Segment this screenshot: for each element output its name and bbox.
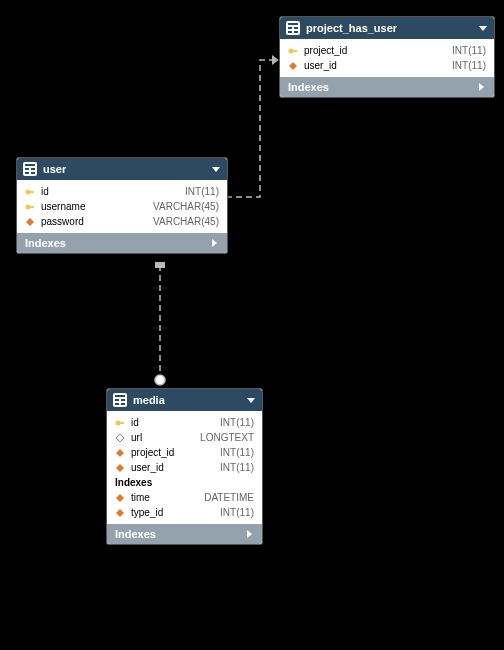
key-icon [115, 418, 125, 428]
column-row[interactable]: time DATETIME [107, 490, 262, 505]
indexes-label: Indexes [25, 237, 209, 249]
table-media[interactable]: media id INT(11) url LONGTEXT project_id… [106, 388, 263, 545]
svg-rect-18 [29, 191, 34, 193]
table-project-has-user[interactable]: project_has_user project_id INT(11) user… [279, 16, 495, 98]
expand-icon [476, 82, 486, 92]
column-row[interactable]: password VARCHAR(45) [17, 214, 227, 229]
column-name: user_id [304, 60, 446, 71]
column-type: VARCHAR(45) [153, 216, 219, 227]
svg-rect-5 [288, 27, 292, 29]
table-header[interactable]: project_has_user [280, 17, 494, 39]
fk-icon [115, 463, 125, 473]
column-type: INT(11) [452, 60, 486, 71]
fk-icon [115, 493, 125, 503]
column-name: id [41, 186, 179, 197]
svg-rect-14 [31, 168, 35, 170]
column-row[interactable]: id INT(11) [17, 184, 227, 199]
column-type: INT(11) [220, 462, 254, 473]
svg-rect-2 [155, 262, 165, 268]
key-icon [25, 187, 35, 197]
expand-icon [209, 238, 219, 248]
column-type: INT(11) [452, 45, 486, 56]
table-header[interactable]: media [107, 389, 262, 411]
fk-icon [288, 61, 298, 71]
table-title: media [133, 394, 240, 406]
fk-icon [25, 217, 35, 227]
columns: project_id INT(11) user_id INT(11) [280, 39, 494, 77]
column-icon [115, 433, 125, 443]
column-name: user_id [131, 462, 214, 473]
column-type: INT(11) [220, 507, 254, 518]
key-icon [25, 202, 35, 212]
column-type: INT(11) [185, 186, 219, 197]
column-name: project_id [131, 447, 214, 458]
sub-indexes-label: Indexes [107, 475, 262, 490]
svg-rect-16 [31, 172, 35, 174]
column-type: INT(11) [220, 447, 254, 458]
table-icon [113, 393, 127, 407]
collapse-icon[interactable] [478, 23, 488, 33]
svg-rect-26 [121, 403, 125, 405]
column-row[interactable]: project_id INT(11) [280, 43, 494, 58]
fk-icon [115, 508, 125, 518]
column-row[interactable]: type_id INT(11) [107, 505, 262, 520]
svg-rect-13 [25, 168, 29, 170]
collapse-icon[interactable] [211, 164, 221, 174]
svg-rect-23 [115, 399, 119, 401]
svg-rect-22 [115, 395, 125, 397]
svg-point-1 [155, 375, 165, 385]
columns: id INT(11) url LONGTEXT project_id INT(1… [107, 411, 262, 524]
svg-rect-15 [25, 172, 29, 174]
svg-rect-24 [121, 399, 125, 401]
columns: id INT(11) username VARCHAR(45) password… [17, 180, 227, 233]
column-name: password [41, 216, 147, 227]
fk-icon [115, 448, 125, 458]
column-type: DATETIME [204, 492, 254, 503]
column-name: time [131, 492, 198, 503]
table-icon [286, 21, 300, 35]
expand-icon [244, 529, 254, 539]
svg-rect-4 [288, 23, 298, 25]
column-type: LONGTEXT [200, 432, 254, 443]
indexes-label: Indexes [115, 528, 244, 540]
column-row[interactable]: url LONGTEXT [107, 430, 262, 445]
column-name: type_id [131, 507, 214, 518]
svg-rect-10 [292, 50, 297, 52]
column-type: VARCHAR(45) [153, 201, 219, 212]
indexes-bar[interactable]: Indexes [17, 233, 227, 253]
column-row[interactable]: project_id INT(11) [107, 445, 262, 460]
erd-canvas: project_has_user project_id INT(11) user… [0, 0, 504, 650]
svg-rect-25 [115, 403, 119, 405]
indexes-bar[interactable]: Indexes [107, 524, 262, 544]
svg-rect-20 [29, 206, 34, 208]
table-user[interactable]: user id INT(11) username VARCHAR(45) pas… [16, 157, 228, 254]
column-row[interactable]: username VARCHAR(45) [17, 199, 227, 214]
table-header[interactable]: user [17, 158, 227, 180]
collapse-icon[interactable] [246, 395, 256, 405]
svg-rect-6 [294, 27, 298, 29]
svg-rect-7 [288, 31, 292, 33]
column-name: username [41, 201, 147, 212]
key-icon [288, 46, 298, 56]
table-title: project_has_user [306, 22, 472, 34]
column-row[interactable]: user_id INT(11) [280, 58, 494, 73]
column-row[interactable]: user_id INT(11) [107, 460, 262, 475]
svg-rect-28 [119, 422, 124, 424]
table-title: user [43, 163, 205, 175]
table-icon [23, 162, 37, 176]
indexes-bar[interactable]: Indexes [280, 77, 494, 97]
column-row[interactable]: id INT(11) [107, 415, 262, 430]
column-name: project_id [304, 45, 446, 56]
column-name: url [131, 432, 194, 443]
column-type: INT(11) [220, 417, 254, 428]
svg-rect-12 [25, 164, 35, 166]
indexes-label: Indexes [288, 81, 476, 93]
column-name: id [131, 417, 214, 428]
svg-rect-8 [294, 31, 298, 33]
